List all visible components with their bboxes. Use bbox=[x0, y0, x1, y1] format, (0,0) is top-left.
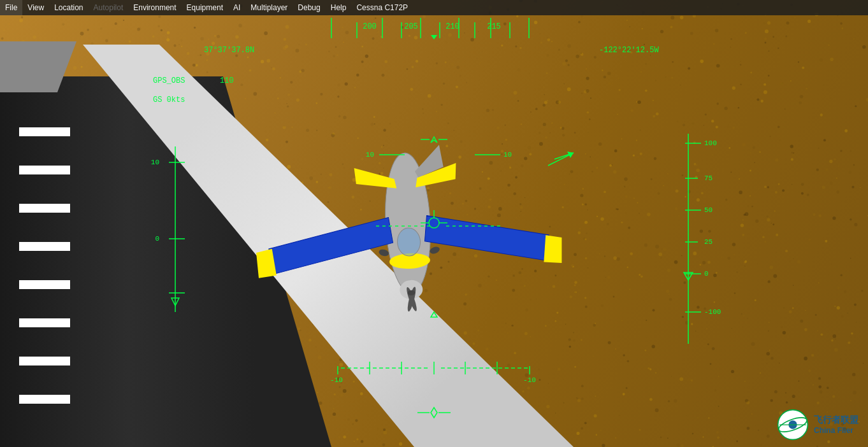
menubar: File View Location Autopilot Environment… bbox=[0, 0, 868, 15]
menu-file[interactable]: File bbox=[0, 0, 22, 15]
menu-equipment[interactable]: Equipment bbox=[182, 0, 228, 15]
watermark-logo-icon bbox=[777, 409, 809, 441]
menu-debug[interactable]: Debug bbox=[293, 0, 325, 15]
menu-view[interactable]: View bbox=[22, 0, 49, 15]
menu-autopilot[interactable]: Autopilot bbox=[89, 0, 129, 15]
watermark-text: 飞行者联盟 China Flier bbox=[814, 415, 858, 435]
menu-multiplayer[interactable]: Multiplayer bbox=[245, 0, 293, 15]
menu-help[interactable]: Help bbox=[326, 0, 352, 15]
watermark-line1: 飞行者联盟 bbox=[814, 415, 858, 426]
menu-ai[interactable]: AI bbox=[228, 0, 245, 15]
menu-environment[interactable]: Environment bbox=[128, 0, 181, 15]
menu-aircraft[interactable]: Cessna C172P bbox=[351, 0, 413, 15]
simulator-view: File View Location Autopilot Environment… bbox=[0, 0, 868, 447]
watermark: 飞行者联盟 China Flier bbox=[777, 409, 858, 441]
menu-location[interactable]: Location bbox=[49, 0, 88, 15]
scene-canvas bbox=[0, 0, 868, 447]
watermark-line2: China Flier bbox=[814, 426, 853, 435]
